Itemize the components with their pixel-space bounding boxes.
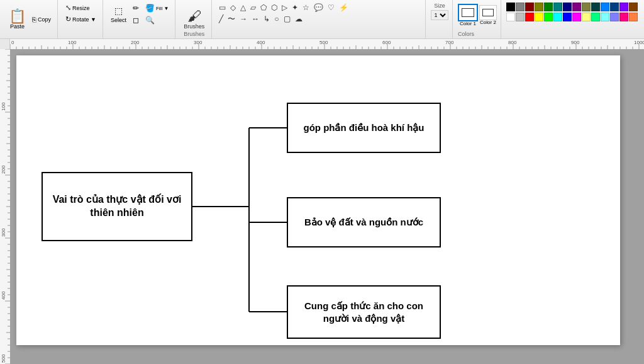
magnifier-icon: 🔍	[145, 16, 155, 25]
color2-button[interactable]: Color 2	[479, 5, 497, 26]
brushes-icon: 🖌	[187, 9, 201, 23]
color-swatch[interactable]	[544, 3, 553, 11]
rotate-button[interactable]: ↻ Rotate ▼	[63, 14, 99, 25]
size-group: Size 1234 Size	[427, 0, 453, 38]
toolbar: 📋 Paste ⎘ Copy Clipboard ⤡ Resize ↻ Rota…	[0, 0, 644, 39]
shape-rounded-rect[interactable]: ▢	[282, 14, 292, 24]
color-swatch[interactable]	[601, 3, 609, 11]
color-swatch[interactable]	[582, 3, 591, 11]
shapes-row-1: ▭ ◇ △ ▱ ⬠ ⬡ ▷ ✦ ☆ 💬 ♡ ⚡	[217, 3, 421, 13]
ruler-horizontal	[10, 39, 644, 49]
color-swatches-row1	[506, 3, 638, 11]
color-swatch[interactable]	[525, 13, 534, 21]
select-icon: ⬚	[114, 6, 123, 16]
shape-cloud[interactable]: ☁	[293, 14, 304, 24]
resize-icon: ⤡	[65, 4, 71, 12]
shape-parallelogram[interactable]: ▱	[248, 3, 258, 13]
color-swatch[interactable]	[516, 3, 525, 11]
color-swatch[interactable]	[601, 13, 609, 21]
shapes-group: ▭ ◇ △ ▱ ⬠ ⬡ ▷ ✦ ☆ 💬 ♡ ⚡ ╱ 〜 → ↔ ↳ ○ ▢ ☁ …	[213, 0, 426, 38]
eraser-button[interactable]: ◻	[130, 14, 142, 26]
copy-icon: ⎘	[32, 16, 36, 23]
shape-arrow-right[interactable]: ▷	[280, 3, 289, 13]
shape-heart[interactable]: ♡	[326, 3, 336, 13]
color-swatch[interactable]	[525, 3, 534, 11]
canvas-paper[interactable]: Vai trò của thực vật đối vơi thiên nhiên…	[16, 55, 620, 345]
color-swatch[interactable]	[535, 13, 543, 21]
box-bot[interactable]: Cung cấp thức ăn cho con người và động v…	[287, 285, 441, 339]
color-swatch[interactable]	[572, 13, 581, 21]
color-swatch[interactable]	[544, 13, 553, 21]
shape-curve[interactable]: 〜	[226, 14, 237, 24]
magnifier-button[interactable]: 🔍	[143, 14, 171, 26]
resize-button[interactable]: ⤡ Resize	[63, 3, 92, 13]
paste-button[interactable]: 📋 Paste	[6, 8, 28, 31]
color-swatch[interactable]	[610, 3, 619, 11]
shape-star4[interactable]: ✦	[290, 3, 300, 13]
color-swatch[interactable]	[629, 13, 638, 21]
ruler-corner	[0, 39, 10, 49]
colors-group-label: Colors	[458, 31, 474, 37]
color-swatch[interactable]	[506, 13, 515, 21]
color-swatch[interactable]	[582, 13, 591, 21]
eraser-icon: ◻	[133, 16, 139, 25]
color-swatch[interactable]	[591, 13, 600, 21]
pencil-button[interactable]: ✏	[130, 3, 142, 14]
color2-swatch	[479, 5, 497, 20]
main-box[interactable]: Vai trò của thực vật đối vơi thiên nhiên	[42, 172, 192, 241]
shape-arrow-line[interactable]: →	[238, 14, 249, 24]
shape-rect[interactable]: ▭	[217, 3, 228, 13]
diagram-container: Vai trò của thực vật đối vơi thiên nhiên…	[16, 55, 620, 345]
size-label: Size	[434, 3, 445, 9]
box-mid[interactable]: Bảo vệ đất và nguồn nước	[287, 197, 441, 247]
color1-button[interactable]: Color 1	[458, 4, 478, 27]
box-top[interactable]: góp phần điều hoà khí hậu	[287, 103, 441, 153]
shape-arrow-double[interactable]: ↔	[250, 14, 261, 24]
color-swatch[interactable]	[553, 13, 562, 21]
shape-line[interactable]: ╱	[217, 14, 225, 24]
shapes-row-2: ╱ 〜 → ↔ ↳ ○ ▢ ☁	[217, 14, 421, 24]
color-swatch[interactable]	[563, 3, 572, 11]
color1-inner	[462, 8, 474, 17]
color-swatch[interactable]	[553, 3, 562, 11]
color-buttons-group: Color 1 Color 2 Colors	[454, 0, 501, 38]
shape-pentagon[interactable]: ⬠	[258, 3, 269, 13]
color-swatch[interactable]	[619, 3, 628, 11]
color-swatch[interactable]	[535, 3, 543, 11]
box-top-text: góp phần điều hoà khí hậu	[304, 122, 425, 134]
color-swatch[interactable]	[516, 13, 525, 21]
box-mid-text: Bảo vệ đất và nguồn nước	[304, 216, 423, 229]
copy-label: Copy	[38, 16, 51, 23]
color-swatch[interactable]	[610, 13, 619, 21]
color-swatch[interactable]	[619, 13, 628, 21]
shape-diamond[interactable]: ◇	[228, 3, 238, 13]
shape-callout[interactable]: 💬	[312, 3, 325, 13]
fill-button[interactable]: 🪣 Fill ▼	[143, 3, 171, 14]
resize-label: Resize	[72, 5, 90, 11]
color-swatch[interactable]	[506, 3, 515, 11]
color-swatch[interactable]	[629, 3, 638, 11]
clipboard-group: 📋 Paste ⎘ Copy Clipboard	[3, 0, 58, 38]
pencil-icon: ✏	[133, 4, 139, 13]
color-swatch[interactable]	[563, 13, 572, 21]
color2-label: Color 2	[480, 20, 496, 26]
canvas-area[interactable]: Vai trò của thực vật đối vơi thiên nhiên…	[10, 49, 644, 364]
shape-hexagon[interactable]: ⬡	[269, 3, 279, 13]
shape-star[interactable]: ☆	[301, 3, 311, 13]
shape-ellipse[interactable]: ○	[272, 14, 280, 24]
rotate-label: Rotate ▼	[72, 16, 96, 23]
color-swatch[interactable]	[591, 3, 600, 11]
copy-button[interactable]: ⎘ Copy	[30, 14, 53, 25]
color-swatch[interactable]	[572, 3, 581, 11]
size-select[interactable]: 1234	[431, 10, 448, 20]
main-box-text: Vai trò của thực vật đối vơi thiên nhiên	[50, 193, 184, 220]
paste-icon: 📋	[9, 9, 26, 23]
box-bot-text: Cung cấp thức ăn cho con người và động v…	[296, 300, 432, 324]
color-swatches-group	[502, 0, 641, 38]
color2-inner	[482, 9, 494, 16]
shape-triangle[interactable]: △	[238, 3, 248, 13]
shape-lightning[interactable]: ⚡	[337, 3, 350, 13]
select-button[interactable]: ⬚ Select	[108, 4, 129, 25]
shape-arrow-bent[interactable]: ↳	[262, 14, 272, 24]
brushes-button[interactable]: 🖌 Brushes	[180, 8, 208, 31]
